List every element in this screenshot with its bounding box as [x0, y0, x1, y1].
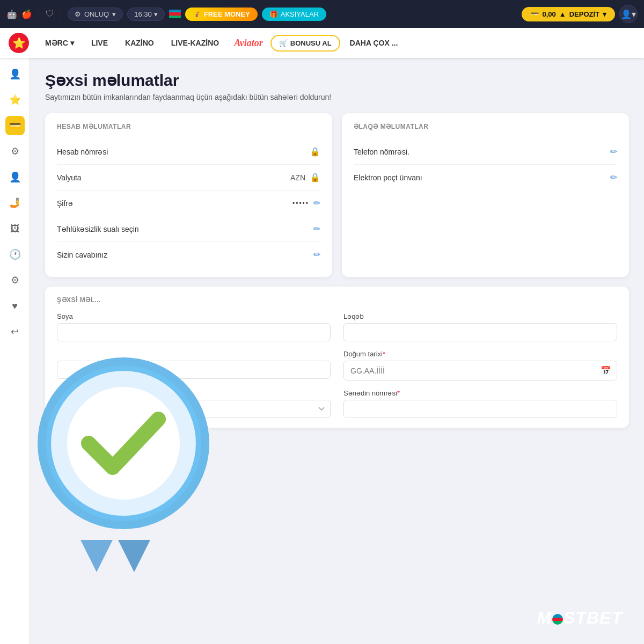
gift-icon: 🎁	[269, 10, 278, 18]
field-label-cavab: Sizin cavabınız	[57, 251, 107, 259]
nav-live-kazino[interactable]: LIVE-KAZİNO	[164, 34, 226, 52]
cart-icon: 🛒	[279, 39, 288, 47]
lock-icon-valyuta: 🔒	[310, 172, 320, 182]
soyad-input[interactable]	[57, 323, 331, 341]
sidebar-icon-card[interactable]: 💳	[5, 116, 25, 135]
sidebar-icon-star[interactable]: ⭐	[5, 90, 25, 109]
onluq-label: ONLUQ	[84, 10, 109, 18]
edit-icon-sifre[interactable]: ✏	[313, 198, 320, 208]
sened-input[interactable]	[343, 400, 617, 418]
nav-live-kazino-label: LIVE-KAZİNO	[171, 39, 219, 47]
dogum-label: Doğum tarixi*	[343, 350, 617, 358]
sidebar-icon-image[interactable]: 🖼	[5, 219, 25, 238]
android-icon[interactable]: 🤖	[6, 9, 17, 19]
page-title: Şəxsi məlumatlar	[45, 71, 629, 90]
aksiyalar-button[interactable]: 🎁 AKSİYALAR	[262, 8, 326, 21]
field-label-email: Elektron poçt ünvanı	[354, 173, 422, 182]
field-email: Elektron poçt ünvanı ✏	[354, 165, 617, 190]
soyad-label: Soya	[57, 312, 331, 320]
nav-bar: ⭐ MƏRC ▾ LIVE KAZİNO LIVE-KAZİNO Aviator…	[0, 28, 644, 58]
top-bar: 🤖 🍎 🛡 ⚙ ONLUQ ▾ 16:30 ▾ 💰 FREE MONEY 🎁 A…	[0, 0, 644, 28]
field-label-sifre: Şifrə	[57, 199, 73, 208]
page-content: Şəxsi məlumatlar Saytımızın bütün imkanl…	[30, 58, 644, 644]
sidebar-icon-user[interactable]: 👤	[5, 167, 25, 187]
ad-label	[57, 350, 331, 358]
nav-live[interactable]: LIVE	[84, 34, 115, 52]
nav-merc-label: MƏRC	[45, 39, 68, 47]
time-button[interactable]: 16:30 ▾	[127, 8, 165, 21]
field-telefon: Telefon nömrəsi. ✏	[354, 139, 617, 165]
time-value: 16:30	[134, 10, 152, 18]
sidebar-icon-person[interactable]: 👤	[5, 64, 25, 84]
site-logo[interactable]: ⭐	[9, 33, 29, 53]
shield-icon[interactable]: 🛡	[46, 9, 54, 19]
valyuta-value: AZN	[290, 173, 305, 182]
form-group-laqeb: Ləqəb	[343, 312, 617, 341]
divider-2	[61, 8, 61, 20]
field-label-tehlukesizlik: Təhlükəsizlik sualı seçin	[57, 225, 139, 233]
sidebar-icon-gear[interactable]: ⚙	[5, 270, 25, 290]
calendar-icon: 📅	[595, 361, 617, 380]
sidebar-icon-heart[interactable]: ♥	[5, 296, 25, 316]
chevron-down-icon: ▾	[112, 10, 116, 18]
sidebar-icon-face[interactable]: 🤳	[5, 193, 25, 213]
cards-row-1: HESAB MƏLUMATLAR Hesab nömrəsi 🔒 Valyuta…	[45, 113, 629, 277]
sidebar-icon-settings[interactable]: ⚙	[5, 142, 25, 161]
field-valyuta: Valyuta AZN 🔒	[57, 165, 320, 191]
elaqe-card: ƏLAQƏ MƏLUMATLAR Telefon nömrəsi. ✏ Elek…	[342, 113, 629, 277]
hesab-card-title: HESAB MƏLUMATLAR	[57, 123, 320, 130]
mostbet-text-stbet: STBET	[564, 608, 623, 627]
sifre-dots: •••••	[292, 200, 309, 207]
edit-icon-tehlukesizlik[interactable]: ✏	[313, 224, 320, 234]
field-hesab-nomresi: Hesab nömrəsi 🔒	[57, 139, 320, 165]
bonusu-button[interactable]: 🛒 BONUSU AL	[270, 35, 340, 52]
sexsi-card: ŞƏXSİ MƏL... Soya Ləqəb Doğum tarixi*	[45, 287, 629, 428]
edit-icon-telefon[interactable]: ✏	[610, 147, 617, 157]
chevron-down-icon: ▾	[603, 10, 606, 18]
nav-daha-cox[interactable]: DAHA ÇOX ...	[342, 34, 406, 52]
field-right-tehlukesizlik: ✏	[313, 224, 320, 234]
balance-value: 0,00	[542, 10, 555, 18]
cins-select[interactable]	[57, 400, 331, 418]
dogum-input[interactable]	[344, 362, 595, 379]
onluq-button[interactable]: ⚙ ONLUQ ▾	[68, 8, 123, 21]
nav-merc[interactable]: MƏRC ▾	[38, 34, 82, 52]
free-money-button[interactable]: 💰 FREE MONEY	[185, 8, 258, 21]
nav-kazino-label: KAZİNO	[125, 39, 154, 47]
nav-daha-cox-label: DAHA ÇOX ...	[350, 39, 398, 47]
left-sidebar: 👤 ⭐ 💳 ⚙ 👤 🤳 🖼 🕐 ⚙ ♥ ↩	[0, 58, 30, 644]
nav-kazino[interactable]: KAZİNO	[118, 34, 162, 52]
dogum-input-wrapper: 📅	[343, 361, 617, 380]
form-group-ad	[57, 350, 331, 380]
ad-input[interactable]	[57, 361, 331, 379]
field-tehlukesizlik: Təhlükəsizlik sualı seçin ✏	[57, 216, 320, 242]
account-button[interactable]: 👤 ▾	[619, 5, 638, 23]
mostbet-flag-dot	[552, 614, 563, 625]
divider-1	[39, 8, 39, 20]
main-wrapper: 👤 ⭐ 💳 ⚙ 👤 🤳 🖼 🕐 ⚙ ♥ ↩ Şəxsi məlumatlar S…	[0, 58, 644, 644]
field-right-hesab: 🔒	[310, 147, 320, 157]
form-group-dogum: Doğum tarixi* 📅	[343, 350, 617, 380]
deposit-label: DEPOZİT	[569, 10, 599, 18]
field-label-telefon: Telefon nömrəsi.	[354, 148, 409, 156]
page-subtitle: Saytımızın bütün imkanlarından faydaanma…	[45, 93, 629, 101]
deposit-button[interactable]: 💳 0,00 ▲ DEPOZİT ▾	[522, 7, 615, 21]
nav-aviator-label: Aviator	[234, 38, 263, 48]
free-money-label: FREE MONEY	[204, 10, 250, 18]
field-sifre: Şifrə ••••• ✏	[57, 191, 320, 216]
sidebar-icon-clock[interactable]: 🕐	[5, 245, 25, 264]
laqeb-label: Ləqəb	[343, 312, 617, 320]
laqeb-input[interactable]	[343, 323, 617, 341]
settings-icon: ⚙	[75, 10, 81, 18]
sened-label: Sənədin nömrəsi*	[343, 389, 617, 397]
sidebar-icon-exit[interactable]: ↩	[5, 322, 25, 341]
azerbaijan-flag[interactable]	[169, 10, 181, 18]
edit-icon-cavab[interactable]: ✏	[313, 250, 320, 260]
edit-icon-email[interactable]: ✏	[610, 172, 617, 182]
person-icon: 👤	[621, 9, 632, 19]
apple-icon[interactable]: 🍎	[21, 9, 32, 19]
field-right-cavab: ✏	[313, 250, 320, 260]
field-label-hesab: Hesab nömrəsi	[57, 148, 108, 156]
mostbet-text-m: M	[537, 608, 552, 627]
nav-aviator[interactable]: Aviator	[229, 35, 268, 51]
